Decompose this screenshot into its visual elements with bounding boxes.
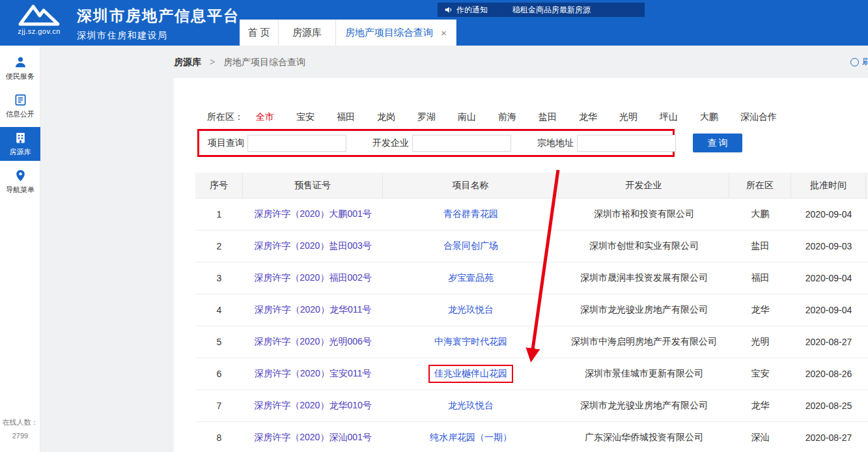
- title-block: 深圳市房地产信息平台 深圳市住房和建设局: [77, 6, 240, 42]
- cell-date: 2020-08-25: [791, 401, 866, 411]
- column-header: 序号: [195, 173, 243, 198]
- cell-developer: 广东深汕华侨城投资有限公司: [559, 432, 729, 444]
- project-name-link[interactable]: 佳兆业樾伴山花园: [434, 368, 507, 378]
- breadcrumb-root[interactable]: 房源库: [174, 57, 201, 67]
- district-option[interactable]: 前海: [498, 111, 516, 123]
- district-option[interactable]: 盐田: [539, 111, 557, 123]
- cell-project: 纯水岸花园（一期）: [383, 432, 559, 444]
- district-option[interactable]: 坪山: [660, 111, 678, 123]
- project-name-link[interactable]: 中海寰宇时代花园: [434, 336, 507, 348]
- district-option[interactable]: 福田: [337, 111, 355, 123]
- cell-developer: 深圳市创世和实业有限公司: [559, 240, 729, 252]
- cell-district: 光明: [729, 336, 791, 348]
- cell-index: 2: [195, 241, 243, 251]
- cell-district: 盐田: [729, 240, 791, 252]
- table-row: 8深房许字（2020）深汕001号纯水岸花园（一期）广东深汕华侨城投资有限公司深…: [195, 422, 868, 452]
- search-input-1[interactable]: [412, 135, 511, 152]
- tab-close-icon[interactable]: ×: [441, 28, 447, 38]
- search-field-label: 开发企业: [372, 137, 409, 149]
- table-row: 7深房许字（2020）龙华010号龙光玖悦台深圳市龙光骏业房地产有限公司龙华20…: [195, 390, 868, 422]
- cell-district: 龙华: [729, 304, 791, 316]
- refresh-link[interactable]: 刷新: [850, 56, 868, 68]
- column-header: 所在区: [729, 173, 791, 198]
- district-option[interactable]: 南山: [458, 111, 476, 123]
- district-option[interactable]: 大鹏: [700, 111, 718, 123]
- content-panel: 所在区： 全市宝安福田龙岗罗湖南山前海盐田龙华光明坪山大鹏深汕合作 项目查询开发…: [174, 78, 868, 452]
- site-logo[interactable]: zjj.sz.gov.cn: [8, 3, 70, 35]
- breadcrumb: 房源库 > 房地产项目综合查询: [174, 57, 305, 68]
- sidebar-item-convenient-services[interactable]: 便民服务: [0, 51, 40, 85]
- sidebar-item-housing-library[interactable]: 房源库: [0, 127, 40, 161]
- search-field-group: 宗地地址: [537, 135, 676, 152]
- sidebar-item-nav-menu[interactable]: 导航菜单: [0, 165, 40, 199]
- column-header: 项目名称: [383, 173, 559, 198]
- nav-pin-icon: [14, 169, 27, 182]
- cell-date: 2020-09-04: [791, 273, 866, 283]
- table-row: 6深房许字（2020）宝安011号佳兆业樾伴山花园深圳市景佳城市更新有限公司宝安…: [195, 358, 868, 390]
- presale-cert-link[interactable]: 深房许字（2020）深汕001号: [254, 432, 372, 444]
- district-option[interactable]: 全市: [256, 111, 274, 123]
- cell-index: 5: [195, 337, 243, 347]
- presale-cert-link[interactable]: 深房许字（2020）福田002号: [254, 272, 372, 284]
- tab-home[interactable]: 首 页: [240, 20, 279, 46]
- presale-cert-link[interactable]: 深房许字（2020）大鹏001号: [254, 208, 372, 220]
- cell-cert: 深房许字（2020）宝安011号: [243, 368, 383, 380]
- sidebar-item-label: 导航菜单: [6, 185, 35, 195]
- cell-date: 2020-09-04: [791, 209, 866, 219]
- sidebar-menu: 便民服务信息公开房源库导航菜单: [0, 51, 40, 199]
- cell-cert: 深房许字（2020）盐田003号: [243, 240, 383, 252]
- district-option[interactable]: 龙岗: [377, 111, 395, 123]
- presale-cert-link[interactable]: 深房许字（2020）龙华011号: [255, 304, 371, 316]
- project-name-link[interactable]: 岁宝壹品苑: [448, 272, 494, 284]
- search-input-0[interactable]: [247, 135, 346, 152]
- search-input-2[interactable]: [577, 135, 676, 152]
- presale-cert-link[interactable]: 深房许字（2020）盐田003号: [254, 240, 372, 252]
- cell-project: 龙光玖悦台: [383, 304, 559, 316]
- project-name-link[interactable]: 合景同创广场: [443, 240, 498, 252]
- district-option[interactable]: 深汕合作: [740, 111, 777, 123]
- district-option[interactable]: 宝安: [296, 111, 315, 123]
- table-row: 4深房许字（2020）龙华011号龙光玖悦台深圳市龙光骏业房地产有限公司龙华20…: [195, 294, 868, 326]
- cell-cert: 深房许字（2020）光明006号: [243, 336, 383, 348]
- district-option[interactable]: 罗湖: [417, 111, 436, 123]
- table-header-row: 序号预售证号项目名称开发企业所在区批准时间: [195, 173, 868, 199]
- project-name-link[interactable]: 龙光玖悦台: [448, 400, 494, 412]
- tab-label: 房源库: [292, 27, 322, 39]
- cell-cert: 深房许字（2020）深汕001号: [243, 432, 383, 444]
- cell-developer: 深圳市龙光骏业房地产有限公司: [559, 400, 729, 412]
- breadcrumb-separator: >: [210, 57, 215, 67]
- cell-date: 2020-09-03: [791, 241, 866, 251]
- info-disclosure-icon: [14, 93, 27, 107]
- tab-housing-library[interactable]: 房源库: [279, 20, 336, 46]
- district-option[interactable]: 龙华: [579, 111, 597, 123]
- cell-date: 2020-08-27: [791, 337, 866, 347]
- cell-index: 3: [195, 273, 243, 283]
- presale-cert-link[interactable]: 深房许字（2020）宝安011号: [255, 368, 371, 380]
- project-name-link[interactable]: 龙光玖悦台: [448, 304, 494, 316]
- project-name-link[interactable]: 青谷群青花园: [443, 208, 498, 220]
- tab-label: 首 页: [247, 27, 270, 39]
- sidebar-item-label: 信息公开: [6, 109, 35, 119]
- user-service-icon: [14, 55, 27, 69]
- app-header: zjj.sz.gov.cn 深圳市房地产信息平台 深圳市住房和建设局 作的通知 …: [0, 0, 868, 46]
- sidebar-item-info-disclosure[interactable]: 信息公开: [0, 89, 40, 123]
- cell-cert: 深房许字（2020）龙华011号: [243, 304, 383, 316]
- presale-cert-link[interactable]: 深房许字（2020）光明006号: [254, 336, 372, 348]
- cell-index: 4: [195, 305, 243, 315]
- cell-index: 6: [195, 369, 243, 379]
- district-filter-options: 全市宝安福田龙岗罗湖南山前海盐田龙华光明坪山大鹏深汕合作: [256, 111, 799, 123]
- online-count: 2799: [0, 429, 40, 443]
- cell-index: 1: [195, 209, 243, 219]
- results-table: 序号预售证号项目名称开发企业所在区批准时间 1深房许字（2020）大鹏001号青…: [195, 173, 868, 452]
- search-field-group: 项目查询: [208, 135, 346, 152]
- query-button[interactable]: 查询: [693, 134, 742, 152]
- breadcrumb-current: 房地产项目综合查询: [223, 57, 305, 67]
- tab-project-query[interactable]: 房地产项目综合查询×: [336, 20, 456, 46]
- sidebar: 便民服务信息公开房源库导航菜单 在线人数： 2799: [0, 46, 40, 452]
- district-option[interactable]: 光明: [619, 111, 637, 123]
- notice-text: 作的通知: [456, 5, 488, 16]
- cell-project: 佳兆业樾伴山花园: [383, 365, 559, 383]
- presale-cert-link[interactable]: 深房许字（2020）龙华010号: [254, 400, 372, 412]
- search-field-group: 开发企业: [372, 135, 511, 152]
- project-name-link[interactable]: 纯水岸花园（一期）: [430, 432, 512, 444]
